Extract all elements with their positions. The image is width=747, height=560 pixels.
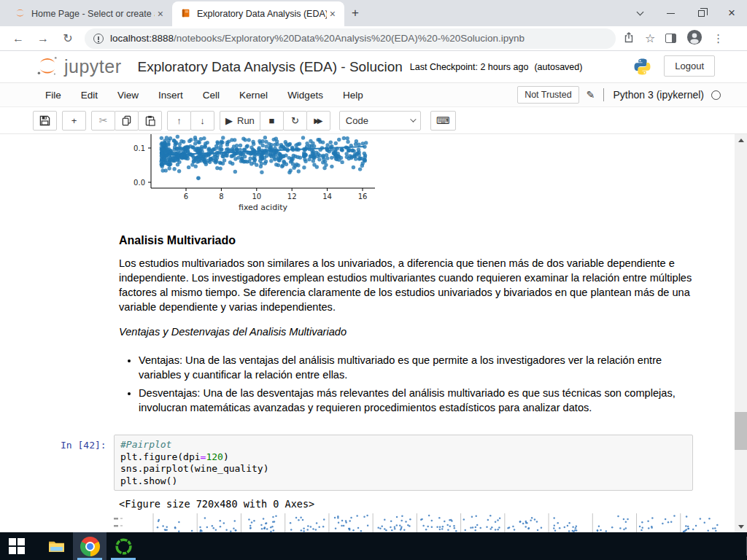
share-icon[interactable] bbox=[623, 31, 635, 46]
autosave-status: (autosaved) bbox=[534, 62, 582, 72]
jupyter-logo-icon[interactable] bbox=[34, 55, 61, 79]
jupyter-toolbar: + ✂ ↑ ↓ ▶Run ■ ↻ ▶▶ Code ⌨ bbox=[0, 107, 747, 134]
chrome-icon bbox=[80, 537, 100, 556]
tab-title: Exploratory Data Analysis (EDA) - bbox=[197, 9, 327, 19]
svg-text:14: 14 bbox=[322, 192, 332, 201]
menu-file[interactable]: File bbox=[45, 90, 61, 101]
jupyter-header: jupyter Exploratory Data Analysis (EDA) … bbox=[0, 51, 747, 82]
bullet-ventajas: Ventajas: Una de las ventajas del anális… bbox=[139, 353, 692, 382]
close-tab-icon[interactable]: × bbox=[155, 9, 166, 19]
cell-input-prompt: In [42]: bbox=[61, 440, 112, 451]
reload-icon[interactable]: ↻ bbox=[55, 31, 80, 45]
markdown-paragraph: Los estudios multivariados son similares… bbox=[119, 256, 719, 314]
menu-help[interactable]: Help bbox=[343, 90, 363, 101]
code-cell-editor[interactable]: #Pairplotplt.figure(dpi=120)sns.pairplot… bbox=[114, 435, 693, 491]
profile-avatar[interactable] bbox=[686, 29, 703, 48]
jupyter-menubar: File Edit View Insert Cell Kernel Widget… bbox=[0, 82, 747, 107]
menu-insert[interactable]: Insert bbox=[158, 90, 183, 101]
anaconda-ring-icon bbox=[114, 537, 133, 556]
markdown-heading: Analisis Multivariado bbox=[119, 234, 236, 247]
browser-tab-strip: Home Page - Select or create a n × Explo… bbox=[0, 0, 747, 26]
start-button[interactable] bbox=[0, 532, 34, 560]
scroll-down-icon[interactable] bbox=[735, 521, 747, 532]
markdown-bullet-list: Ventajas: Una de las ventajas del anális… bbox=[121, 353, 692, 419]
svg-text:12: 12 bbox=[287, 192, 297, 201]
notebook-title[interactable]: Exploratory Data Analysis (EDA) - Soluci… bbox=[138, 59, 403, 75]
menubar-right: Not Trusted ✎ Python 3 (ipykernel) bbox=[517, 86, 721, 104]
kernel-idle-icon bbox=[711, 90, 721, 100]
cut-cell-button[interactable]: ✂ bbox=[91, 111, 115, 131]
scrollbar-thumb[interactable] bbox=[735, 412, 747, 450]
window-controls: × bbox=[624, 0, 747, 26]
bookmark-star-icon[interactable]: ☆ bbox=[645, 31, 655, 45]
chrome-taskbar-button[interactable] bbox=[73, 532, 107, 560]
tab-notebook[interactable]: Exploratory Data Analysis (EDA) - × bbox=[172, 1, 344, 26]
command-palette-button[interactable]: ⌨ bbox=[430, 111, 456, 131]
edit-title-pencil-icon[interactable]: ✎ bbox=[587, 89, 595, 101]
menu-kernel[interactable]: Kernel bbox=[239, 90, 268, 101]
not-trusted-button[interactable]: Not Trusted bbox=[517, 86, 579, 104]
play-icon: ▶ bbox=[225, 115, 233, 126]
logout-button[interactable]: Logout bbox=[664, 55, 715, 77]
paste-cell-button[interactable] bbox=[138, 111, 162, 131]
folder-icon bbox=[47, 537, 66, 556]
tab-home-page[interactable]: Home Page - Select or create a n × bbox=[6, 1, 172, 26]
file-explorer-button[interactable] bbox=[39, 532, 73, 560]
tab-search-chevron-icon[interactable] bbox=[624, 7, 655, 20]
divider bbox=[603, 88, 604, 101]
cell-type-dropdown[interactable]: Code bbox=[339, 111, 421, 131]
run-button[interactable]: ▶Run bbox=[220, 111, 260, 131]
pairplot-output-sliver bbox=[108, 513, 724, 532]
menu-widgets[interactable]: Widgets bbox=[287, 90, 323, 101]
screen: Home Page - Select or create a n × Explo… bbox=[0, 0, 747, 560]
menu-cell[interactable]: Cell bbox=[203, 90, 220, 101]
scroll-up-icon[interactable] bbox=[735, 134, 747, 146]
window-close-button[interactable]: × bbox=[716, 6, 747, 20]
move-cell-down-button[interactable]: ↓ bbox=[190, 111, 214, 131]
restart-kernel-button[interactable]: ↻ bbox=[283, 111, 307, 131]
close-tab-icon[interactable]: × bbox=[327, 9, 338, 19]
back-icon[interactable]: ← bbox=[6, 32, 31, 45]
cell-text-output: <Figure size 720x480 with 0 Axes> bbox=[119, 498, 314, 510]
notebook-content: 68101214160.00.1fixed acidity Analisis M… bbox=[0, 134, 747, 532]
forward-icon[interactable]: → bbox=[31, 32, 55, 45]
new-tab-button[interactable]: + bbox=[344, 6, 366, 20]
jupyter-brand-text: jupyter bbox=[64, 56, 122, 77]
svg-text:8: 8 bbox=[219, 192, 223, 201]
browser-address-bar: ← → ↻ localhost:8888/notebooks/Explorato… bbox=[0, 26, 747, 51]
copy-cell-button[interactable] bbox=[115, 111, 139, 131]
anaconda-taskbar-button[interactable] bbox=[107, 532, 140, 560]
jupyter-favicon-icon bbox=[15, 7, 26, 20]
python-logo-icon bbox=[632, 57, 652, 79]
window-restore-button[interactable] bbox=[686, 7, 716, 20]
svg-text:0.1: 0.1 bbox=[133, 144, 145, 152]
menu-view[interactable]: View bbox=[117, 90, 139, 101]
interrupt-kernel-button[interactable]: ■ bbox=[260, 111, 284, 131]
browser-menu-icon[interactable]: ⋮ bbox=[713, 32, 724, 45]
windows-taskbar bbox=[0, 532, 747, 560]
bullet-desventajas: Desventajas: Una de las desventajas más … bbox=[139, 386, 692, 415]
svg-text:16: 16 bbox=[358, 192, 368, 201]
restart-run-all-button[interactable]: ▶▶ bbox=[306, 111, 330, 131]
address-bar-actions: ☆ ⋮ bbox=[623, 29, 724, 48]
code-lines: #Pairplotplt.figure(dpi=120)sns.pairplot… bbox=[120, 439, 686, 487]
notebook-favicon-icon bbox=[181, 8, 191, 20]
kernel-name-label: Python 3 (ipykernel) bbox=[613, 89, 704, 101]
insert-cell-button[interactable]: + bbox=[62, 111, 86, 131]
svg-text:fixed acidity: fixed acidity bbox=[239, 203, 288, 212]
regplot-output-chart: 68101214160.00.1fixed acidity bbox=[109, 134, 379, 216]
page-info-icon[interactable] bbox=[93, 34, 104, 44]
move-cell-up-button[interactable]: ↑ bbox=[167, 111, 191, 131]
windows-logo-icon bbox=[9, 538, 25, 554]
tab-title: Home Page - Select or create a n bbox=[31, 9, 155, 19]
chevron-down-icon bbox=[410, 116, 416, 122]
svg-text:0.0: 0.0 bbox=[133, 179, 145, 187]
page-scrollbar[interactable] bbox=[735, 134, 747, 532]
side-panel-icon[interactable] bbox=[665, 34, 676, 43]
markdown-subheading: Ventajas y Destenvajas del Analisis Mult… bbox=[119, 326, 347, 338]
save-button[interactable] bbox=[33, 111, 57, 131]
window-minimize-button[interactable] bbox=[655, 7, 686, 20]
menu-edit[interactable]: Edit bbox=[81, 90, 98, 101]
url-omnibox[interactable]: localhost:8888/notebooks/Exploratory%20D… bbox=[85, 28, 616, 49]
checkpoint-status: Last Checkpoint: 2 hours ago bbox=[410, 62, 529, 72]
